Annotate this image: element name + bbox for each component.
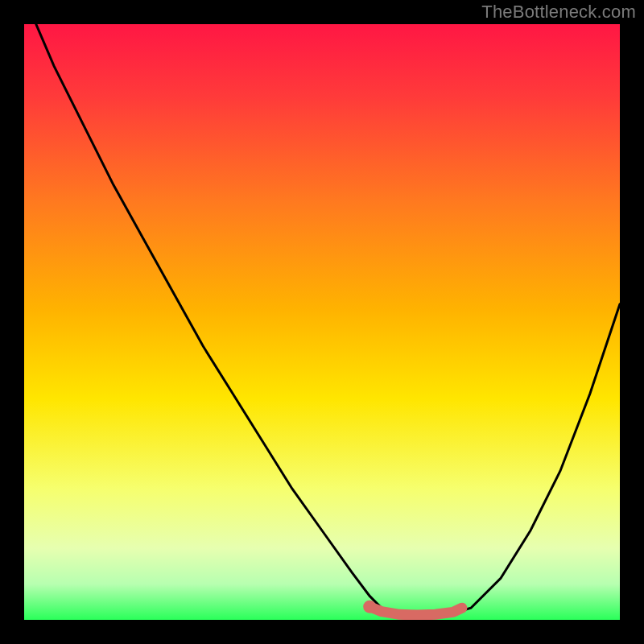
- optimal-start-dot: [363, 601, 376, 613]
- chart-svg: [24, 24, 620, 620]
- watermark-text: TheBottleneck.com: [481, 2, 636, 23]
- plot-area: [24, 24, 620, 620]
- chart-frame: TheBottleneck.com: [0, 0, 644, 644]
